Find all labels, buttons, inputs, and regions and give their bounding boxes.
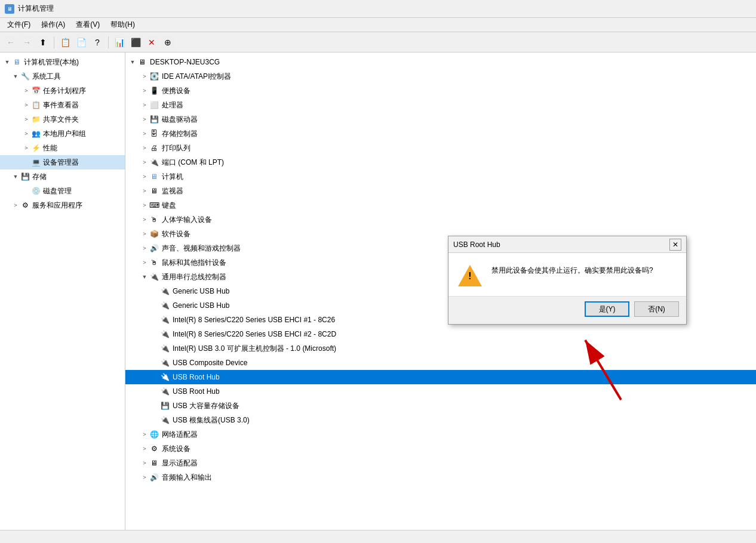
- device-xhci[interactable]: 🔌 Intel(R) USB 3.0 可扩展主机控制器 - 1.0 (Micro…: [125, 341, 756, 356]
- back-button[interactable]: ←: [4, 35, 18, 50]
- device-usb30-hub[interactable]: 🔌 USB 根集线器(USB 3.0): [125, 413, 756, 427]
- ehci1-icon: 🔌: [160, 315, 170, 325]
- portable-icon: 📱: [149, 86, 159, 95]
- export-button[interactable]: 📊: [112, 35, 127, 50]
- toggle-cpu: >: [140, 100, 149, 110]
- toggle-devmgr: [21, 158, 31, 167]
- device-composite[interactable]: 🔌 USB Composite Device: [125, 356, 756, 370]
- device-usb-root-hub-2[interactable]: 🔌 USB Root Hub: [125, 384, 756, 399]
- perf-icon: ⚡: [31, 143, 41, 153]
- dialog-title: USB Root Hub: [453, 240, 500, 249]
- tree-item-disk[interactable]: 💿 磁盘管理: [0, 184, 125, 198]
- yes-button[interactable]: 是(Y): [585, 301, 629, 317]
- cpu-icon: ⬜: [149, 100, 159, 110]
- toggle-port: >: [140, 158, 149, 167]
- menu-view[interactable]: 查看(V): [71, 18, 105, 31]
- device-system-dev[interactable]: > ⚙ 系统设备: [125, 442, 756, 456]
- app-icon: 🖥: [5, 4, 14, 14]
- computer-right-icon: 🖥: [149, 172, 159, 181]
- toggle-usb30: [150, 415, 160, 425]
- device-ide[interactable]: > 💽 IDE ATA/ATAPI控制器: [125, 69, 756, 84]
- tree-item-event[interactable]: > 📋 事件查看器: [0, 98, 125, 112]
- toggle-usb-ctrl: ▼: [140, 272, 149, 282]
- toggle-event: >: [21, 100, 31, 110]
- mass-storage-icon: 💾: [160, 401, 170, 411]
- toolbar-sep-1: [54, 36, 54, 48]
- device-ehci2[interactable]: 🔌 Intel(R) 8 Series/C220 Series USB EHCI…: [125, 327, 756, 341]
- composite-icon: 🔌: [160, 358, 170, 368]
- toggle-system: ▼: [11, 72, 20, 81]
- device-keyboard[interactable]: > ⌨ 键盘: [125, 198, 756, 212]
- dialog-body: ! 禁用此设备会使其停止运行。确实要禁用此设备吗?: [448, 253, 686, 296]
- tree-item-root[interactable]: ▼ 🖥 计算机管理(本地): [0, 55, 125, 69]
- toggle-keyboard: >: [140, 200, 149, 210]
- disk-icon: 💿: [31, 186, 41, 196]
- monitor-icon: 🖥: [149, 186, 159, 196]
- status-bar: [0, 530, 756, 543]
- tree-users-label: 本地用户和组: [43, 128, 86, 140]
- menu-bar: 文件(F) 操作(A) 查看(V) 帮助(H): [0, 18, 756, 32]
- device-disk[interactable]: > 💾 磁盘驱动器: [125, 112, 756, 127]
- toggle-ehci1: [150, 315, 160, 325]
- menu-file[interactable]: 文件(F): [2, 18, 35, 31]
- tree-disk-label: 磁盘管理: [43, 185, 72, 197]
- computer-device-icon: 🖥: [137, 57, 147, 67]
- tree-item-system-tools[interactable]: ▼ 🔧 系统工具: [0, 69, 125, 84]
- device-display[interactable]: > 🖥 显示适配器: [125, 456, 756, 470]
- device-monitor[interactable]: > 🖥 监视器: [125, 184, 756, 198]
- dialog-title-bar: USB Root Hub ✕: [448, 236, 686, 253]
- tree-event-label: 事件查看器: [43, 99, 79, 111]
- device-usb-root-hub-1[interactable]: 🔌 USB Root Hub: [125, 370, 756, 384]
- delete-button[interactable]: ✕: [145, 35, 159, 50]
- device-port[interactable]: > 🔌 端口 (COM 和 LPT): [125, 155, 756, 169]
- tree-item-storage[interactable]: ▼ 💾 存储: [0, 169, 125, 184]
- device-network[interactable]: > 🌐 网络适配器: [125, 427, 756, 442]
- xhci-icon: 🔌: [160, 344, 170, 353]
- tree-item-perf[interactable]: > ⚡ 性能: [0, 141, 125, 155]
- no-button[interactable]: 否(N): [634, 301, 679, 317]
- devmgr-icon: 💻: [31, 158, 41, 167]
- toggle-monitor: >: [140, 186, 149, 196]
- tree-item-services[interactable]: > ⚙ 服务和应用程序: [0, 198, 125, 212]
- show-hide-button[interactable]: 📋: [58, 35, 72, 50]
- up-button[interactable]: ⬆: [36, 35, 50, 50]
- device-computer[interactable]: > 🖥 计算机: [125, 169, 756, 184]
- users-icon: 👥: [31, 129, 41, 138]
- device-print[interactable]: > 🖨 打印队列: [125, 141, 756, 155]
- usb-root-hub-2-icon: 🔌: [160, 387, 170, 396]
- dialog-close-button[interactable]: ✕: [669, 239, 681, 251]
- device-cpu[interactable]: > ⬜ 处理器: [125, 98, 756, 112]
- device-root[interactable]: ▼ 🖥 DESKTOP-NJEU3CG: [125, 55, 756, 69]
- tree-item-devmgr[interactable]: 💻 设备管理器: [0, 155, 125, 169]
- expand-button[interactable]: ⬛: [128, 35, 143, 50]
- tree-item-task[interactable]: > 📅 任务计划程序: [0, 84, 125, 98]
- device-audio-io[interactable]: > 🔊 音频输入和输出: [125, 470, 756, 485]
- ide-icon: 💽: [149, 72, 159, 81]
- toggle-users: >: [21, 129, 31, 138]
- device-mass-storage[interactable]: 💾 USB 大容量存储设备: [125, 399, 756, 413]
- menu-help[interactable]: 帮助(H): [106, 18, 140, 31]
- toggle-services: >: [11, 200, 20, 210]
- device-storage-ctrl[interactable]: > 🗄 存储控制器: [125, 127, 756, 141]
- forward-button[interactable]: →: [20, 35, 34, 50]
- toggle-task: >: [21, 86, 31, 95]
- tree-item-shared[interactable]: > 📁 共享文件夹: [0, 112, 125, 127]
- properties-button[interactable]: 📄: [74, 35, 88, 50]
- device-hid[interactable]: > 🖱 人体学输入设备: [125, 212, 756, 227]
- toggle-gh2: [150, 301, 160, 310]
- help-button[interactable]: ?: [90, 35, 105, 50]
- refresh-button[interactable]: ⊕: [161, 35, 175, 50]
- window-title: 计算机管理: [18, 4, 54, 14]
- toggle-portable: >: [140, 86, 149, 95]
- storage-icon: 💾: [20, 172, 30, 181]
- menu-action[interactable]: 操作(A): [36, 18, 70, 31]
- tree-services-label: 服务和应用程序: [32, 199, 82, 211]
- tree-system-label: 系统工具: [32, 70, 61, 82]
- tree-item-users[interactable]: > 👥 本地用户和组: [0, 127, 125, 141]
- tree-storage-label: 存储: [32, 171, 47, 183]
- dialog-message: 禁用此设备会使其停止运行。确实要禁用此设备吗?: [491, 265, 677, 276]
- device-portable[interactable]: > 📱 便携设备: [125, 84, 756, 98]
- tree-perf-label: 性能: [43, 142, 57, 154]
- event-icon: 📋: [31, 100, 41, 110]
- toggle-perf: >: [21, 143, 31, 153]
